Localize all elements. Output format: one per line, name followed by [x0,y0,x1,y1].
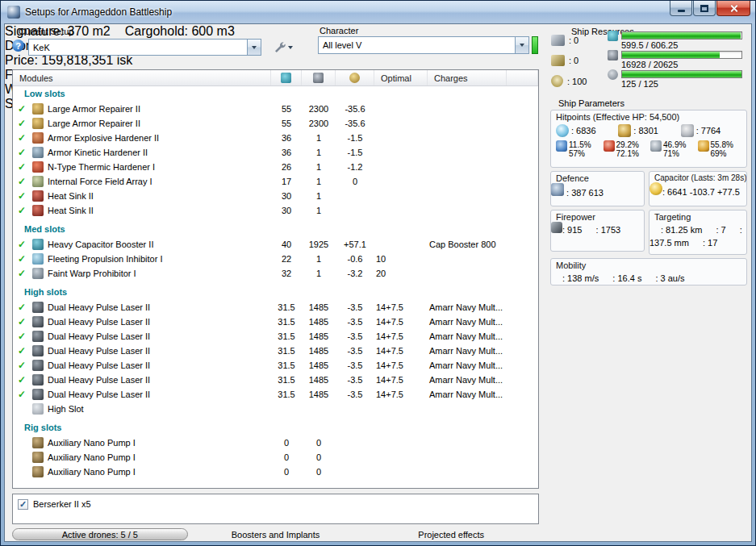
module-active-check-icon: ✓ [13,176,31,187]
module-row[interactable]: ✓Armor Kinetic Hardener II361-1.5 [13,145,538,160]
module-row[interactable]: ✓Dual Heavy Pulse Laser II31.51485-3.514… [13,315,538,329]
module-row[interactable]: ✓Fleeting Propulsion Inhibitor I221-0.61… [13,252,538,266]
module-row[interactable]: Auxiliary Nano Pump I00 [13,465,538,479]
active-drones-header[interactable]: Active drones: 5 / 5 [12,528,188,540]
hardener-kinetic-icon [32,147,44,158]
module-powergrid: 0 [302,467,336,477]
module-active-check-icon: ✓ [13,389,31,400]
module-icon-cell [31,403,45,415]
column-header-optimal[interactable]: Optimal [374,70,428,85]
cpu-bar-fill [622,32,741,39]
module-charges: Cap Booster 800 [428,240,507,249]
module-row[interactable]: ✓Internal Force Field Array I1710 [13,174,538,189]
capacitor-icon [349,73,360,83]
module-row[interactable]: ✓Dual Heavy Pulse Laser II31.51485-3.514… [13,344,538,358]
module-active-check-icon: ✓ [13,103,31,115]
character-combobox[interactable]: All level V [318,36,529,54]
module-cap: -3.5 [336,317,374,327]
modules-rows: Low slots✓Large Armor Repairer II552300-… [13,86,538,479]
module-row[interactable]: ✓Dual Heavy Pulse Laser II31.51485-3.514… [13,387,538,402]
module-cpu: 36 [271,133,302,143]
module-icon-cell [31,466,45,477]
pulse-laser-icon [32,302,44,313]
pulse-laser-icon [32,360,44,371]
module-cpu: 26 [271,162,302,172]
heat-sink-icon [32,205,44,216]
projected-effects-header[interactable]: Projected effects [363,530,539,540]
module-name: Dual Heavy Pulse Laser II [45,346,271,356]
module-name: Armor Explosive Hardener II [45,133,271,143]
module-powergrid: 2300 [302,104,336,114]
minimize-button[interactable] [670,1,692,16]
drone-checkbox[interactable]: ✓ [18,499,28,510]
column-header-cpu[interactable] [271,70,302,85]
module-row[interactable]: ✓N-Type Thermic Hardener I261-1.2 [13,160,538,174]
module-row[interactable]: Auxiliary Nano Pump I00 [13,450,538,465]
module-row[interactable]: ✓Dual Heavy Pulse Laser II31.51485-3.514… [13,300,538,315]
module-row[interactable]: ✓Heat Sink II301 [13,189,538,203]
help-icon[interactable]: ? [12,40,24,52]
targeting-title: Targeting [649,210,746,222]
module-powergrid: 0 [302,452,336,462]
module-row[interactable]: ✓Faint Warp Prohibitor I321-3.220 [13,266,538,281]
drone-item[interactable]: ✓ Berserker II x5 [18,498,533,511]
character-dropdown-button[interactable] [515,37,528,53]
module-icon-cell [31,316,45,327]
column-header-modules[interactable]: Modules [13,70,271,85]
column-header-capacitor[interactable] [336,70,374,85]
chevron-down-icon [252,46,257,49]
module-cpu: 30 [271,206,302,215]
titlebar[interactable]: Setups for Armageddon Battleship [1,1,755,23]
module-row[interactable]: ✓Large Armor Repairer II552300-35.6 [13,102,538,116]
module-cpu: 0 [271,452,302,462]
module-optimal: 20 [374,269,428,278]
module-row[interactable]: Auxiliary Nano Pump I00 [13,436,538,450]
capacitor-icon [649,182,662,195]
hitpoints-box: Hitpoints (Effective HP: 54,500) : 6836 … [550,110,747,168]
em-resist-armor: 57% [569,149,591,158]
module-icon-cell [31,118,45,129]
module-powergrid: 1485 [302,361,336,370]
module-row[interactable]: ✓Large Armor Repairer II552300-35.6 [13,116,538,131]
kinetic-resist-shield: 46.9% [663,140,686,149]
module-active-check-icon: ✓ [13,268,31,279]
module-row[interactable]: High Slot [13,402,538,416]
cpu-icon [281,73,291,83]
module-row[interactable]: ✓Dual Heavy Pulse Laser II31.51485-3.514… [13,358,538,373]
module-optimal: 14+7.5 [374,390,428,399]
setup-combobox[interactable]: KeK [28,39,261,56]
defence-icon [551,183,564,196]
module-name: Dual Heavy Pulse Laser II [45,302,271,312]
module-row[interactable]: ✓Dual Heavy Pulse Laser II31.51485-3.514… [13,329,538,344]
module-icon-cell [31,331,45,342]
targeting-box: Targeting : 81.25 km : 7 : 137.5 mm : 17 [649,210,747,255]
module-row[interactable]: ✓Dual Heavy Pulse Laser II31.51485-3.514… [13,373,538,387]
module-name: Heat Sink II [45,191,271,201]
module-icon-cell [31,161,45,173]
module-powergrid: 1 [302,177,336,186]
module-row[interactable]: ✓Heat Sink II301 [13,203,538,218]
module-row[interactable]: ✓Heavy Capacitor Booster II401925+57.1Ca… [13,237,538,252]
eft-window: Setups for Armageddon Battleship Current… [0,0,756,546]
module-name: Dual Heavy Pulse Laser II [45,375,271,385]
setup-tools-button[interactable] [267,39,298,56]
maximize-button[interactable] [693,1,716,16]
armor-repairer-icon [32,103,44,115]
setup-dropdown-button[interactable] [247,40,261,55]
module-icon-cell [31,103,45,115]
boosters-implants-header[interactable]: Boosters and Implants [188,530,364,540]
module-row[interactable]: ✓Armor Explosive Hardener II361-1.5 [13,131,538,145]
module-name: High Slot [45,404,271,414]
maximize-icon [700,5,708,12]
module-cpu: 31.5 [271,331,302,341]
calibration-icon [551,75,563,87]
module-name: Armor Kinetic Hardener II [45,148,271,157]
module-icon-cell [31,205,45,216]
turret-hardpoints-value: : 0 [569,35,578,45]
structure-hp: : 7764 [696,126,721,135]
column-header-charges[interactable]: Charges [428,70,507,85]
module-cap: -0.6 [336,254,374,264]
close-button[interactable] [716,1,750,16]
module-name: Auxiliary Nano Pump I [45,467,271,477]
column-header-powergrid[interactable] [302,70,336,85]
